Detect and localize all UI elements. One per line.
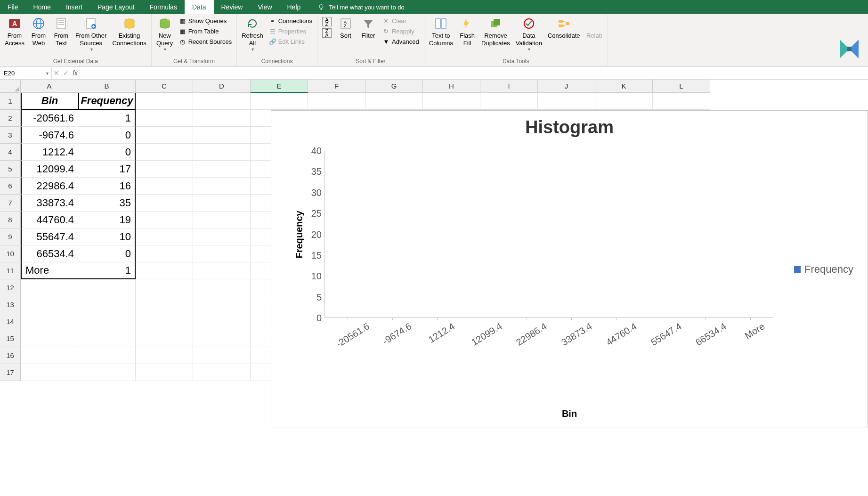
cell-A16[interactable] bbox=[21, 347, 78, 364]
column-header-K[interactable]: K bbox=[595, 80, 653, 93]
from-text-button[interactable]: From Text bbox=[51, 15, 72, 48]
cell-B7[interactable]: 35 bbox=[78, 195, 136, 211]
cell-C15[interactable] bbox=[136, 330, 193, 347]
column-header-D[interactable]: D bbox=[193, 80, 251, 93]
cell-B13[interactable] bbox=[78, 296, 136, 313]
cell-H1[interactable] bbox=[423, 93, 480, 110]
clear-filter-button[interactable]: ✕Clear bbox=[381, 16, 421, 25]
cell-D5[interactable] bbox=[193, 161, 251, 178]
consolidate-button[interactable]: Consolidate bbox=[546, 15, 582, 41]
row-header-11[interactable]: 11 bbox=[0, 262, 21, 279]
cell-B1[interactable]: Frequency bbox=[78, 93, 136, 110]
insert-function-button[interactable]: fx bbox=[73, 69, 78, 77]
row-header-9[interactable]: 9 bbox=[0, 228, 21, 245]
cell-A14[interactable] bbox=[21, 313, 78, 330]
from-table-button[interactable]: ▦From Table bbox=[177, 26, 234, 36]
cell-D12[interactable] bbox=[193, 279, 251, 296]
cell-D6[interactable] bbox=[193, 178, 251, 195]
column-header-B[interactable]: B bbox=[78, 80, 136, 93]
cell-C12[interactable] bbox=[136, 279, 193, 296]
flash-fill-button[interactable]: Flash Fill bbox=[457, 15, 478, 48]
tab-data[interactable]: Data bbox=[185, 0, 214, 14]
cell-B8[interactable]: 19 bbox=[78, 211, 136, 228]
cell-K1[interactable] bbox=[595, 93, 653, 110]
tab-home[interactable]: Home bbox=[26, 0, 58, 14]
refresh-all-button[interactable]: Refresh All▾ bbox=[240, 15, 265, 53]
row-header-7[interactable]: 7 bbox=[0, 195, 21, 211]
cell-C11[interactable] bbox=[136, 262, 193, 279]
column-header-A[interactable]: A bbox=[21, 80, 78, 93]
cell-F1[interactable] bbox=[308, 93, 365, 110]
cell-A11[interactable]: More bbox=[21, 262, 78, 279]
tab-formulas[interactable]: Formulas bbox=[142, 0, 185, 14]
cell-C7[interactable] bbox=[136, 195, 193, 211]
tab-file[interactable]: File bbox=[0, 0, 26, 14]
tab-view[interactable]: View bbox=[250, 0, 279, 14]
select-all-corner[interactable] bbox=[0, 80, 21, 93]
cell-D3[interactable] bbox=[193, 127, 251, 144]
cell-D4[interactable] bbox=[193, 144, 251, 161]
cell-A7[interactable]: 33873.4 bbox=[21, 195, 78, 211]
properties-button[interactable]: ☰Properties bbox=[267, 26, 314, 36]
cell-J1[interactable] bbox=[538, 93, 595, 110]
cell-C6[interactable] bbox=[136, 178, 193, 195]
row-header-10[interactable]: 10 bbox=[0, 245, 21, 262]
from-web-button[interactable]: From Web bbox=[28, 15, 49, 48]
cell-A5[interactable]: 12099.4 bbox=[21, 161, 78, 178]
cell-C14[interactable] bbox=[136, 313, 193, 330]
cell-D14[interactable] bbox=[193, 313, 251, 330]
tab-page-layout[interactable]: Page Layout bbox=[90, 0, 142, 14]
cell-A17[interactable] bbox=[21, 364, 78, 381]
cell-B17[interactable] bbox=[78, 364, 136, 381]
recent-sources-button[interactable]: ◷Recent Sources bbox=[177, 37, 234, 46]
remove-duplicates-button[interactable]: Remove Duplicates bbox=[479, 15, 512, 48]
cancel-formula-button[interactable]: ✕ bbox=[54, 69, 59, 77]
enter-formula-button[interactable]: ✓ bbox=[63, 69, 69, 77]
cell-A2[interactable]: -20561.6 bbox=[21, 110, 78, 127]
cell-D9[interactable] bbox=[193, 228, 251, 245]
cell-B14[interactable] bbox=[78, 313, 136, 330]
cell-A6[interactable]: 22986.4 bbox=[21, 178, 78, 195]
row-header-15[interactable]: 15 bbox=[0, 330, 21, 347]
cell-A10[interactable]: 66534.4 bbox=[21, 245, 78, 262]
cell-D2[interactable] bbox=[193, 110, 251, 127]
from-other-sources-button[interactable]: From Other Sources▾ bbox=[73, 15, 108, 53]
row-header-12[interactable]: 12 bbox=[0, 279, 21, 296]
cell-B4[interactable]: 0 bbox=[78, 144, 136, 161]
cell-A13[interactable] bbox=[21, 296, 78, 313]
cell-A1[interactable]: Bin bbox=[21, 93, 78, 110]
sort-ascending-button[interactable]: AZ bbox=[322, 17, 332, 26]
new-query-button[interactable]: New Query▾ bbox=[154, 15, 175, 53]
cell-I1[interactable] bbox=[480, 93, 538, 110]
column-header-L[interactable]: L bbox=[653, 80, 710, 93]
cell-B12[interactable] bbox=[78, 279, 136, 296]
row-header-2[interactable]: 2 bbox=[0, 110, 21, 127]
cell-D1[interactable] bbox=[193, 93, 251, 110]
sort-descending-button[interactable]: ZA bbox=[322, 28, 332, 38]
row-header-13[interactable]: 13 bbox=[0, 296, 21, 313]
formula-input[interactable] bbox=[80, 67, 868, 79]
row-header-8[interactable]: 8 bbox=[0, 211, 21, 228]
row-header-17[interactable]: 17 bbox=[0, 364, 21, 381]
tell-me-search[interactable]: Tell me what you want to do bbox=[317, 0, 404, 14]
filter-button[interactable]: Filter bbox=[358, 15, 379, 41]
cell-D16[interactable] bbox=[193, 347, 251, 364]
cell-C5[interactable] bbox=[136, 161, 193, 178]
cell-C1[interactable] bbox=[136, 93, 193, 110]
column-header-E[interactable]: E bbox=[251, 80, 308, 93]
from-access-button[interactable]: AFrom Access bbox=[3, 15, 26, 48]
row-header-1[interactable]: 1 bbox=[0, 93, 21, 110]
cell-C8[interactable] bbox=[136, 211, 193, 228]
cell-A9[interactable]: 55647.4 bbox=[21, 228, 78, 245]
cell-G1[interactable] bbox=[365, 93, 423, 110]
column-header-F[interactable]: F bbox=[308, 80, 365, 93]
cell-C4[interactable] bbox=[136, 144, 193, 161]
show-queries-button[interactable]: ▦Show Queries bbox=[177, 16, 234, 25]
cell-C10[interactable] bbox=[136, 245, 193, 262]
cell-D11[interactable] bbox=[193, 262, 251, 279]
cell-B2[interactable]: 1 bbox=[78, 110, 136, 127]
cell-D15[interactable] bbox=[193, 330, 251, 347]
cell-D10[interactable] bbox=[193, 245, 251, 262]
text-to-columns-button[interactable]: Text to Columns bbox=[427, 15, 455, 48]
cell-B5[interactable]: 17 bbox=[78, 161, 136, 178]
